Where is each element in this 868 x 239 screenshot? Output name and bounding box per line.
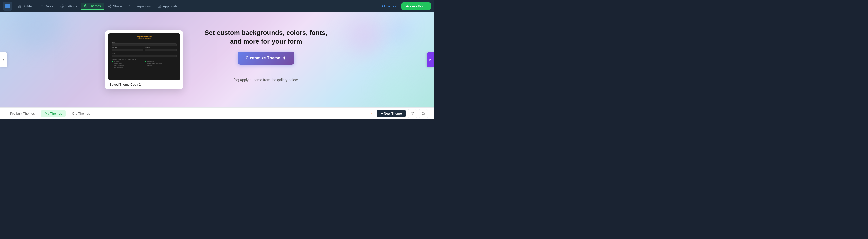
nav-builder-label: Builder bbox=[23, 4, 33, 8]
svg-line-20 bbox=[424, 114, 425, 115]
thumb-section-title: ACTIVITIES YOU WOULD LIKE TO PARTICIPATE… bbox=[112, 59, 177, 60]
app-logo[interactable] bbox=[3, 1, 12, 10]
play-icon bbox=[429, 58, 432, 61]
nav-themes-label: Themes bbox=[89, 4, 101, 8]
svg-point-13 bbox=[108, 5, 109, 6]
plug-icon bbox=[129, 4, 132, 8]
sparkle-icon: ✦ bbox=[282, 55, 286, 61]
customize-theme-button[interactable]: Customize Theme ✦ bbox=[238, 52, 294, 65]
nav-integrations-label: Integrations bbox=[134, 4, 151, 8]
svg-marker-17 bbox=[430, 59, 432, 61]
main-content: Registration Form Register your details … bbox=[0, 12, 434, 107]
grid-icon bbox=[18, 4, 21, 8]
svg-point-12 bbox=[110, 4, 111, 5]
filter-icon bbox=[411, 112, 414, 115]
svg-point-10 bbox=[62, 5, 63, 6]
decorative-blob-1 bbox=[12, 12, 63, 50]
nav-item-themes[interactable]: Themes bbox=[81, 2, 104, 10]
svg-rect-3 bbox=[20, 6, 21, 7]
collapse-left-button[interactable] bbox=[0, 52, 7, 68]
arrow-indicator: → bbox=[368, 111, 373, 116]
nav-item-rules[interactable]: Rules bbox=[36, 3, 57, 9]
nav-item-builder[interactable]: Builder bbox=[14, 3, 36, 9]
bottom-tab-bar: Pre-built Themes My Themes Org Themes → … bbox=[0, 107, 434, 120]
gear-icon bbox=[60, 4, 64, 8]
arrow-down-indicator: ↓ bbox=[203, 85, 329, 91]
nav-item-share[interactable]: Share bbox=[104, 3, 125, 9]
decorative-blob-3 bbox=[379, 75, 409, 105]
thumb-form-subtitle: Register your details here bbox=[112, 38, 177, 39]
svg-rect-2 bbox=[18, 6, 19, 7]
check-icon bbox=[158, 4, 161, 8]
form-thumbnail: Registration Form Register your details … bbox=[108, 33, 180, 80]
palette-icon bbox=[84, 4, 88, 7]
filter-button[interactable] bbox=[408, 109, 417, 118]
nav-rules-label: Rules bbox=[45, 4, 53, 8]
hero-text: Set custom backgrounds, colors, fonts, a… bbox=[203, 29, 329, 91]
form-preview-label: Saved Theme Copy 2 bbox=[108, 82, 180, 86]
nav-item-integrations[interactable]: Integrations bbox=[125, 3, 154, 9]
tab-org-themes[interactable]: Org Themes bbox=[68, 110, 94, 117]
svg-point-11 bbox=[86, 5, 86, 5]
list-icon bbox=[40, 4, 43, 8]
tab-my-themes[interactable]: My Themes bbox=[41, 110, 66, 117]
hero-content: Registration Form Register your details … bbox=[95, 29, 339, 91]
svg-rect-0 bbox=[18, 5, 19, 6]
svg-line-15 bbox=[109, 6, 110, 7]
top-navigation: Builder Rules Settings Themes Share Inte… bbox=[0, 0, 434, 12]
decorative-blob-2 bbox=[346, 17, 384, 55]
share-icon bbox=[108, 4, 112, 8]
nav-approvals-label: Approvals bbox=[163, 4, 177, 8]
form-preview-card[interactable]: Registration Form Register your details … bbox=[105, 30, 183, 89]
search-icon bbox=[422, 112, 425, 115]
customize-btn-label: Customize Theme bbox=[246, 56, 280, 60]
svg-point-19 bbox=[422, 112, 425, 114]
divider bbox=[231, 74, 301, 74]
new-theme-button[interactable]: + New Theme bbox=[377, 110, 406, 117]
expand-right-button[interactable] bbox=[427, 52, 434, 68]
thumb-form-title: Registration Form bbox=[112, 36, 177, 38]
search-button[interactable] bbox=[419, 109, 428, 118]
nav-item-approvals[interactable]: Approvals bbox=[154, 3, 181, 9]
gallery-hint-text: (or) Apply a theme from the gallery belo… bbox=[203, 78, 329, 82]
nav-settings-label: Settings bbox=[65, 4, 77, 8]
svg-rect-1 bbox=[20, 5, 21, 6]
nav-share-label: Share bbox=[113, 4, 122, 8]
all-entries-link[interactable]: All Entries bbox=[378, 3, 399, 9]
access-form-button[interactable]: Access Form bbox=[401, 2, 431, 10]
main-headline: Set custom backgrounds, colors, fonts, a… bbox=[203, 29, 329, 46]
chevron-left-icon bbox=[2, 58, 5, 61]
svg-line-16 bbox=[109, 5, 110, 6]
nav-item-settings[interactable]: Settings bbox=[57, 3, 81, 9]
svg-point-14 bbox=[110, 6, 111, 7]
decorative-blob-4 bbox=[389, 20, 409, 40]
tab-pre-built-themes[interactable]: Pre-built Themes bbox=[6, 110, 39, 117]
svg-marker-18 bbox=[411, 112, 414, 115]
